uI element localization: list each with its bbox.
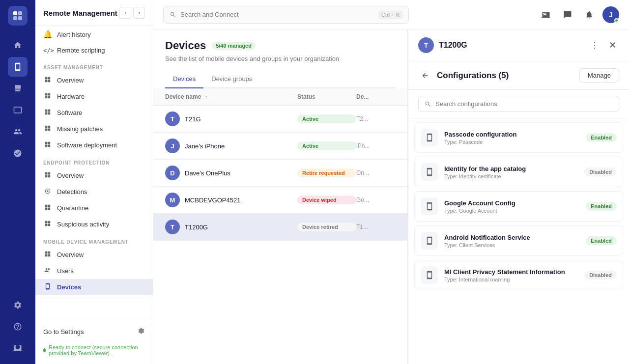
device-detail: On... <box>356 169 396 176</box>
config-status-badge: Disabled <box>584 271 617 280</box>
sidebar-item-alert-history[interactable]: 🔔 Alert history <box>35 26 153 43</box>
sidebar-item-remote-scripting[interactable]: </> Remote scripting <box>35 43 153 58</box>
nav-forward-button[interactable]: › <box>133 7 145 19</box>
rail-settings-nav-icon[interactable] <box>8 143 28 163</box>
config-header-actions: ⋮ ✕ <box>588 38 619 52</box>
nav-back-button[interactable]: ‹ <box>119 7 131 19</box>
config-status-badge: Enabled <box>586 202 617 211</box>
config-back-button[interactable] <box>418 69 432 83</box>
config-back-title: Configurations (5) <box>418 69 509 83</box>
config-item-type: Type: Client Services <box>444 242 530 248</box>
config-item-icon <box>421 232 438 250</box>
config-device-info: T T1200G <box>418 37 467 53</box>
sidebar-item-am-software[interactable]: Software <box>35 105 153 121</box>
device-detail: T2... <box>356 115 396 122</box>
sidebar-item-am-software-deployment[interactable]: Software deployment <box>35 137 153 153</box>
device-avatar: T <box>165 112 180 126</box>
svg-point-5 <box>47 190 49 192</box>
table-row[interactable]: J Jane's iPhone Active iPh... <box>153 133 407 160</box>
sidebar-item-am-missing-patches[interactable]: Missing patches <box>35 121 153 137</box>
sidebar-item-ep-overview[interactable]: Overview <box>35 168 153 184</box>
sidebar-item-mdm-overview[interactable]: Overview <box>35 247 153 263</box>
rail-screen-icon[interactable] <box>8 100 28 120</box>
config-item-text: Passcode configuration Type: Passcode <box>444 131 516 145</box>
sidebar-header: Remote Management ‹ › <box>35 0 153 26</box>
config-item-text: MI Client Privacy Statement Information … <box>444 268 565 282</box>
config-item-name: Identity for the app catalog <box>444 165 526 172</box>
device-detail: Go... <box>356 196 396 203</box>
config-item-left: Passcode configuration Type: Passcode <box>421 129 516 146</box>
sidebar-item-ep-quarantine[interactable]: Quarantine <box>35 200 153 216</box>
rail-help-icon[interactable] <box>8 317 28 336</box>
config-item-left: Identity for the app catalog Type: Ident… <box>421 163 526 181</box>
col-status: Status <box>297 93 356 100</box>
sidebar-item-ep-suspicious[interactable]: Suspicious activity <box>35 216 153 232</box>
rail-gear-icon[interactable] <box>8 295 28 315</box>
device-name: T21G <box>185 115 201 123</box>
list-item[interactable]: Android Notification Service Type: Clien… <box>414 225 623 256</box>
sidebar-item-am-overview[interactable]: Overview <box>35 72 153 88</box>
app-logo <box>8 6 28 26</box>
table-row[interactable]: T T1200G Device retired T1... <box>153 214 407 241</box>
close-config-panel-button[interactable]: ✕ <box>605 38 619 52</box>
manage-button[interactable]: Manage <box>579 68 619 83</box>
chat-icon-button[interactable] <box>559 6 576 23</box>
rail-devices-icon[interactable] <box>8 57 28 77</box>
sidebar-item-am-hardware[interactable]: Hardware <box>35 88 153 105</box>
managed-badge: 5/40 managed <box>212 42 256 50</box>
svg-rect-2 <box>13 16 17 20</box>
rail-home-icon[interactable] <box>8 35 28 55</box>
sidebar-item-label: Missing patches <box>57 125 103 133</box>
config-item-icon <box>421 163 438 181</box>
sidebar-item-label: Devices <box>57 283 81 291</box>
mdm-devices-icon <box>43 283 52 291</box>
sidebar-item-mdm-devices[interactable]: Devices <box>35 279 153 295</box>
table-row[interactable]: M MCBDEVGOP4521 Device wiped Go... <box>153 187 407 214</box>
config-item-text: Identity for the app catalog Type: Ident… <box>444 165 526 179</box>
tab-devices[interactable]: Devices <box>165 70 203 88</box>
sidebar-item-label: Hardware <box>57 93 85 100</box>
notification-icon-button[interactable] <box>581 6 598 23</box>
am-software-icon <box>43 109 52 117</box>
device-name: MCBDEVGOP4521 <box>185 196 240 204</box>
rail-monitor-icon[interactable] <box>8 79 28 98</box>
screen-share-icon-button[interactable] <box>538 6 554 23</box>
sidebar-item-label: Remote scripting <box>57 47 105 54</box>
ep-detections-icon <box>43 188 52 196</box>
search-input[interactable] <box>180 11 374 18</box>
go-to-settings-item[interactable]: Go to Settings <box>35 323 153 340</box>
user-avatar[interactable]: J <box>602 6 619 23</box>
config-search-area <box>408 90 629 118</box>
list-item[interactable]: Google Account Config Type: Google Accou… <box>414 191 623 222</box>
sidebar-item-ep-detections[interactable]: Detections <box>35 184 153 200</box>
table-row[interactable]: D Dave's OnePlus Retire requested On... <box>153 160 407 187</box>
config-search-inner[interactable] <box>418 96 619 112</box>
devices-subtitle: See the list of mobile devices and group… <box>165 55 396 62</box>
am-hardware-icon <box>43 92 52 101</box>
device-status-badge: Device wiped <box>297 196 356 204</box>
tab-device-groups[interactable]: Device groups <box>203 70 260 88</box>
config-device-avatar: T <box>418 37 434 53</box>
go-to-settings-label: Go to Settings <box>43 328 84 336</box>
device-avatar: M <box>165 193 180 207</box>
search-bar[interactable]: Ctrl + K <box>163 6 409 24</box>
config-list: Passcode configuration Type: Passcode En… <box>408 118 629 364</box>
am-missing-patches-icon <box>43 125 52 133</box>
list-item[interactable]: MI Client Privacy Statement Information … <box>414 260 623 290</box>
device-status-badge: Retire requested <box>297 168 356 177</box>
section-label-asset-management: ASSET MANAGEMENT <box>35 58 153 72</box>
list-item[interactable]: Identity for the app catalog Type: Ident… <box>414 157 623 187</box>
table-row[interactable]: T T21G Active T2... <box>153 106 407 133</box>
rail-users-icon[interactable] <box>8 122 28 141</box>
config-search-input[interactable] <box>435 100 613 108</box>
sidebar-footer: Go to Settings Ready to connect (secure … <box>35 319 153 364</box>
sidebar-item-mdm-users[interactable]: Users <box>35 263 153 279</box>
rail-remote-icon[interactable] <box>8 338 28 358</box>
sort-icon: ↑ <box>205 94 207 100</box>
more-options-button[interactable]: ⋮ <box>588 38 601 52</box>
device-status-badge: Device retired <box>297 223 356 231</box>
mdm-overview-icon <box>43 251 52 259</box>
device-panel-title-row: Devices 5/40 managed <box>165 39 396 52</box>
avatar-initials: J <box>609 11 613 19</box>
list-item[interactable]: Passcode configuration Type: Passcode En… <box>414 122 623 153</box>
